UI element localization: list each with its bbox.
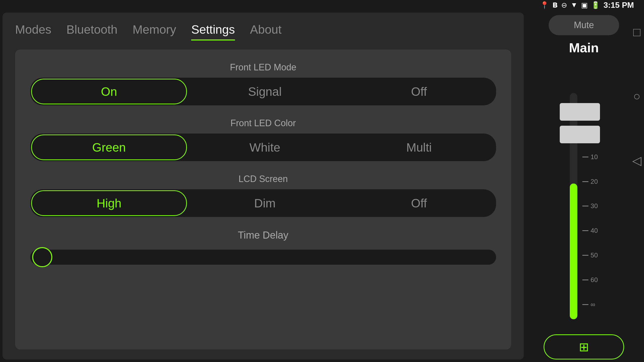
square-nav-icon[interactable]: □ bbox=[633, 25, 640, 39]
sim-icon: ▣ bbox=[581, 1, 588, 9]
scale-value-inf: ∞ bbox=[590, 301, 595, 308]
led-mode-on[interactable]: On bbox=[31, 79, 187, 104]
mixer-area: U 5 10 20 30 40 bbox=[570, 60, 598, 324]
lcd-high[interactable]: High bbox=[31, 190, 187, 216]
scale-line-inf: ∞ bbox=[582, 301, 598, 308]
minus-circle-icon: ⊖ bbox=[561, 1, 567, 9]
eq-icon: ⊞ bbox=[579, 340, 589, 354]
eq-button[interactable]: ⊞ bbox=[544, 334, 624, 359]
led-color-white[interactable]: White bbox=[188, 133, 342, 161]
lcd-screen-label: LCD Screen bbox=[30, 174, 496, 184]
scale-dash-inf bbox=[582, 304, 588, 305]
battery-icon: 🔋 bbox=[591, 1, 600, 9]
time-delay-section: Time Delay bbox=[30, 230, 496, 268]
led-mode-signal[interactable]: Signal bbox=[188, 78, 342, 105]
scale-value-20: 20 bbox=[590, 178, 598, 186]
wifi-icon: ▼ bbox=[571, 1, 578, 9]
time-delay-slider-container bbox=[30, 246, 496, 268]
scale-value-30: 30 bbox=[590, 202, 598, 210]
scale-line-30: 30 bbox=[582, 202, 598, 210]
circle-nav-icon[interactable]: ○ bbox=[633, 89, 640, 103]
side-nav: □ ○ ◁ bbox=[632, 25, 641, 167]
time-delay-slider-thumb[interactable] bbox=[32, 247, 52, 267]
lcd-screen-control: High Dim Off bbox=[30, 189, 496, 217]
tab-bluetooth[interactable]: Bluetooth bbox=[66, 23, 117, 39]
led-color-green[interactable]: Green bbox=[31, 134, 187, 160]
front-led-color-section: Front LED Color Green White Multi bbox=[30, 118, 496, 161]
tab-bar: Modes Bluetooth Memory Settings About bbox=[15, 23, 511, 39]
front-led-color-label: Front LED Color bbox=[30, 118, 496, 128]
right-panel: Mute Main U 5 bbox=[526, 13, 641, 359]
scale-dash-30 bbox=[582, 206, 588, 206]
scale-value-60: 60 bbox=[590, 276, 598, 284]
lcd-screen-section: LCD Screen High Dim Off bbox=[30, 174, 496, 217]
scale-dash-10 bbox=[582, 157, 588, 157]
fader-fill bbox=[570, 184, 577, 319]
status-bar: 📍 𝗕 ⊖ ▼ ▣ 🔋 3:15 PM bbox=[0, 0, 644, 10]
scale-line-10: 10 bbox=[582, 153, 598, 161]
main-content: Modes Bluetooth Memory Settings About Fr… bbox=[0, 10, 644, 362]
scale-value-10: 10 bbox=[590, 153, 598, 161]
time-delay-slider-track[interactable] bbox=[30, 250, 496, 265]
led-mode-off[interactable]: Off bbox=[342, 78, 496, 105]
front-led-color-control: Green White Multi bbox=[30, 133, 496, 161]
tab-modes[interactable]: Modes bbox=[15, 23, 51, 39]
left-panel: Modes Bluetooth Memory Settings About Fr… bbox=[3, 13, 524, 359]
scale-dash-40 bbox=[582, 230, 588, 231]
front-led-mode-label: Front LED Mode bbox=[30, 62, 496, 73]
tab-settings[interactable]: Settings bbox=[191, 23, 235, 39]
scale-line-60: 60 bbox=[582, 276, 598, 284]
time-delay-label: Time Delay bbox=[30, 230, 496, 241]
led-color-multi[interactable]: Multi bbox=[342, 133, 496, 161]
fader-knob-top[interactable] bbox=[560, 103, 600, 121]
settings-panel: Front LED Mode On Signal Off Front LED C… bbox=[15, 50, 511, 349]
bluetooth-status-icon: 𝗕 bbox=[552, 1, 558, 9]
scale-line-20: 20 bbox=[582, 178, 598, 186]
mute-label: Mute bbox=[574, 20, 594, 30]
main-channel-label: Main bbox=[569, 40, 599, 55]
scale-dash-60 bbox=[582, 280, 588, 280]
front-led-mode-section: Front LED Mode On Signal Off bbox=[30, 62, 496, 105]
tab-memory[interactable]: Memory bbox=[133, 23, 176, 39]
scale-line-40: 40 bbox=[582, 227, 598, 235]
fader-knob-bottom[interactable] bbox=[560, 126, 600, 143]
scale-value-50: 50 bbox=[590, 251, 598, 259]
tab-about[interactable]: About bbox=[250, 23, 281, 39]
status-icons: 📍 𝗕 ⊖ ▼ ▣ 🔋 3:15 PM bbox=[540, 1, 634, 10]
scale-line-50: 50 bbox=[582, 251, 598, 259]
location-icon: 📍 bbox=[540, 1, 549, 9]
scale-dash-50 bbox=[582, 255, 588, 256]
front-led-mode-control: On Signal Off bbox=[30, 78, 496, 105]
scale-dash-20 bbox=[582, 181, 588, 182]
triangle-nav-icon[interactable]: ◁ bbox=[632, 153, 641, 167]
scale-value-40: 40 bbox=[590, 227, 598, 235]
lcd-dim[interactable]: Dim bbox=[188, 189, 342, 217]
mute-button[interactable]: Mute bbox=[549, 15, 619, 35]
lcd-off[interactable]: Off bbox=[342, 189, 496, 217]
status-time: 3:15 PM bbox=[603, 1, 634, 10]
